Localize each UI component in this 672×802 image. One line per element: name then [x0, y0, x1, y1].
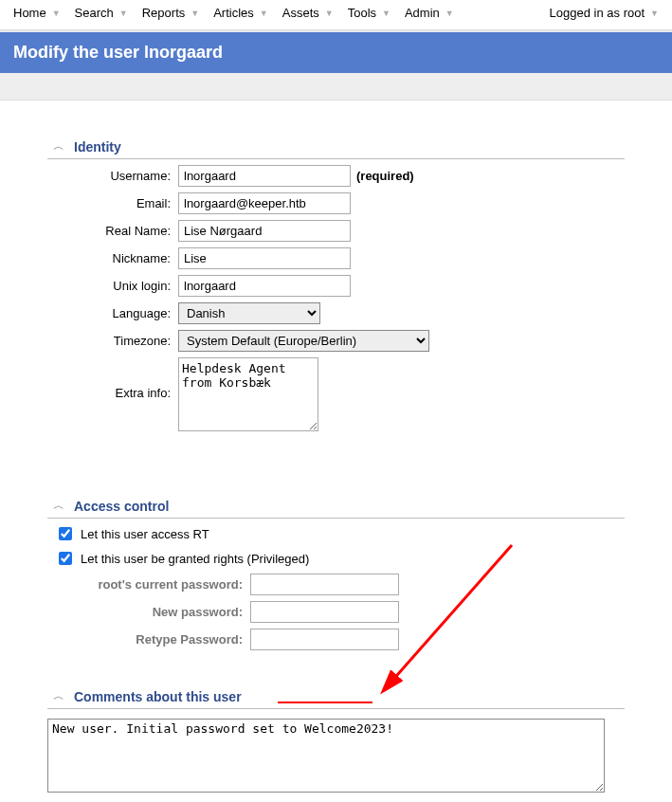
nav-assets[interactable]: Assets▼ — [277, 2, 339, 24]
top-nav: Home▼ Search▼ Reports▼ Articles▼ Assets▼… — [0, 0, 672, 30]
chevron-down-icon: ▼ — [119, 9, 128, 18]
section-comments-header[interactable]: ︿ Comments about this user — [47, 688, 625, 709]
label-language: Language: — [47, 306, 178, 320]
section-comments: ︿ Comments about this user — [47, 688, 625, 795]
checkbox-access-rt[interactable] — [59, 527, 72, 540]
chevron-down-icon: ▼ — [650, 9, 659, 18]
nav-reports[interactable]: Reports▼ — [136, 2, 205, 24]
select-timezone[interactable]: System Default (Europe/Berlin) — [178, 330, 429, 352]
label-timezone: Timezone: — [47, 334, 178, 348]
label-realname: Real Name: — [47, 224, 178, 238]
nav-search[interactable]: Search▼ — [69, 2, 134, 24]
nav-home[interactable]: Home▼ — [8, 2, 66, 24]
textarea-comments[interactable] — [47, 719, 605, 793]
nav-admin[interactable]: Admin▼ — [399, 2, 460, 24]
input-unix-login[interactable] — [178, 275, 351, 297]
section-identity-title: Identity — [74, 139, 121, 155]
chevron-down-icon: ▼ — [260, 9, 268, 18]
label-new-password: New password: — [47, 605, 250, 619]
label-current-password: root's current password: — [47, 577, 250, 592]
nav-logged-in[interactable]: Logged in as root▼ — [544, 2, 664, 24]
input-new-password[interactable] — [250, 601, 399, 623]
section-access-control: ︿ Access control Let this user access RT… — [47, 498, 625, 650]
input-email[interactable] — [178, 192, 351, 214]
chevron-up-icon: ︿ — [53, 498, 64, 514]
input-username[interactable] — [178, 165, 351, 187]
chevron-down-icon: ▼ — [445, 9, 454, 18]
chevron-up-icon: ︿ — [53, 688, 64, 704]
label-nickname: Nickname: — [47, 251, 178, 265]
chevron-down-icon: ▼ — [325, 9, 334, 18]
label-access-rt: Let this user access RT — [81, 527, 209, 541]
nav-articles[interactable]: Articles▼ — [208, 2, 274, 24]
input-current-password[interactable] — [250, 574, 399, 595]
checkbox-privileged[interactable] — [59, 552, 72, 565]
page-title: Modify the user lnorgaard — [0, 30, 672, 73]
section-identity-header[interactable]: ︿ Identity — [47, 138, 625, 159]
annotation-underline-icon — [278, 702, 372, 703]
label-username: Username: — [47, 169, 178, 183]
chevron-down-icon: ▼ — [191, 9, 199, 18]
label-retype-password: Retype Password: — [47, 632, 250, 647]
required-marker: (required) — [356, 169, 414, 183]
label-unix: Unix login: — [47, 279, 178, 293]
section-comments-title: Comments about this user — [74, 689, 242, 704]
section-identity: ︿ Identity Username: (required) Email: R… — [47, 138, 625, 431]
label-privileged: Let this user be granted rights (Privile… — [81, 552, 309, 566]
select-language[interactable]: Danish — [178, 302, 320, 324]
section-access-title: Access control — [74, 499, 169, 514]
label-email: Email: — [47, 196, 178, 210]
chevron-down-icon: ▼ — [52, 9, 61, 18]
section-access-header[interactable]: ︿ Access control — [47, 498, 625, 519]
textarea-extra-info[interactable] — [178, 357, 318, 431]
input-realname[interactable] — [178, 220, 351, 242]
chevron-down-icon: ▼ — [382, 9, 390, 18]
sub-toolbar — [0, 73, 672, 100]
label-extra: Extra info: — [47, 357, 178, 400]
nav-tools[interactable]: Tools▼ — [342, 2, 396, 24]
chevron-up-icon: ︿ — [53, 138, 64, 155]
input-nickname[interactable] — [178, 247, 351, 269]
input-retype-password[interactable] — [250, 629, 399, 650]
